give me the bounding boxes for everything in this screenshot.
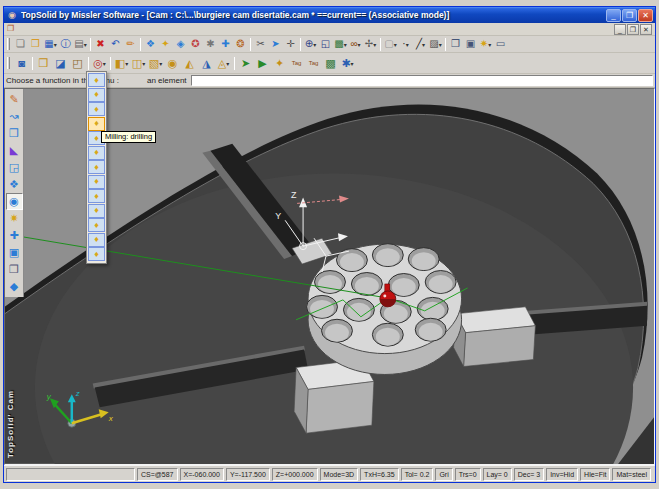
close-button[interactable]: ✕ bbox=[638, 9, 653, 22]
curve-tools-button[interactable]: ❖ bbox=[143, 37, 158, 52]
surface-tools-button[interactable]: ✦ bbox=[158, 37, 173, 52]
axis-label-z: Z bbox=[291, 190, 297, 200]
shaded-view-button[interactable]: ▩▾ bbox=[333, 37, 348, 52]
tool-library-button[interactable]: ✦ bbox=[271, 55, 288, 72]
render-tool[interactable]: ✷ bbox=[6, 210, 23, 227]
solid-tool[interactable]: ❒ bbox=[6, 125, 23, 142]
modify-button[interactable]: ✏ bbox=[123, 37, 138, 52]
select-button[interactable]: ➤ bbox=[268, 37, 283, 52]
milling-chamfering[interactable]: ♦ bbox=[88, 218, 105, 232]
print-button[interactable]: ▤▾ bbox=[73, 37, 88, 52]
snap-button[interactable]: ✛ bbox=[283, 37, 298, 52]
machining-tool[interactable]: ✚ bbox=[6, 227, 23, 244]
sketch-tool[interactable]: ✎ bbox=[6, 91, 23, 108]
color-swatch-button[interactable]: ▢▾ bbox=[383, 37, 398, 52]
layer[interactable]: Lay= 0 bbox=[483, 468, 512, 481]
milling-thread-milling[interactable]: ♦ bbox=[88, 204, 105, 218]
save-button[interactable]: ▦▾ bbox=[43, 37, 58, 52]
mode[interactable]: Mode=3D bbox=[320, 468, 359, 481]
turning-cycles-button[interactable]: ◮ bbox=[198, 55, 215, 72]
toolbar-handle[interactable] bbox=[7, 57, 10, 69]
point-style-button[interactable]: ·▾ bbox=[398, 37, 413, 52]
part-positioning-button[interactable]: ◪ bbox=[52, 55, 69, 72]
document-info-button[interactable]: ⓘ bbox=[58, 37, 73, 52]
simulation-tool[interactable]: ▣ bbox=[6, 244, 23, 261]
z-coordinate: Z=+000.000 bbox=[272, 468, 318, 481]
sheet-tool[interactable]: ◲ bbox=[6, 159, 23, 176]
layers-button[interactable]: ❐ bbox=[448, 37, 463, 52]
facing-button[interactable]: ◧▾ bbox=[113, 55, 130, 72]
material[interactable]: Mat=steel bbox=[612, 468, 651, 481]
hatch-style-button[interactable]: ▨▾ bbox=[428, 37, 443, 52]
config-tool[interactable]: ◆ bbox=[6, 278, 23, 295]
title-bar[interactable]: ◉ TopSolid by Missler Software - [Cam : … bbox=[4, 7, 655, 23]
invisible-mode[interactable]: Inv=Hid bbox=[546, 468, 578, 481]
line-style-button[interactable]: ╱▾ bbox=[413, 37, 428, 52]
verify-button[interactable]: ▶ bbox=[254, 55, 271, 72]
decimals[interactable]: Dec= 3 bbox=[514, 468, 544, 481]
doc-restore-button[interactable]: ❐ bbox=[627, 24, 639, 35]
wcs-button[interactable]: ◎▾ bbox=[91, 55, 108, 72]
milling-custom[interactable]: ♦ bbox=[88, 247, 105, 261]
milling-counterboring[interactable]: ♦ bbox=[88, 175, 105, 189]
milling-pocketing[interactable]: ♦ bbox=[88, 102, 105, 116]
drilling-button[interactable]: ◉ bbox=[164, 55, 181, 72]
toolbar-handle[interactable] bbox=[7, 38, 10, 50]
3d-window-button[interactable]: ▣ bbox=[463, 37, 478, 52]
boolean-button[interactable]: ✚ bbox=[218, 37, 233, 52]
transform-button[interactable]: ✪ bbox=[188, 37, 203, 52]
cut-button[interactable]: ✂ bbox=[253, 37, 268, 52]
grid[interactable]: Gri bbox=[435, 468, 452, 481]
restore-button[interactable]: ❐ bbox=[622, 9, 637, 22]
minimize-button[interactable]: _ bbox=[606, 9, 621, 22]
new-document-button[interactable]: ❏ bbox=[13, 37, 28, 52]
measure-button[interactable]: ❂ bbox=[233, 37, 248, 52]
toolbar-separator bbox=[250, 38, 251, 51]
contouring-button[interactable]: ◫▾ bbox=[130, 55, 147, 72]
transparency[interactable]: Trs=0 bbox=[455, 468, 481, 481]
document-tool[interactable]: ❐ bbox=[6, 261, 23, 278]
undo-button[interactable]: ↶ bbox=[108, 37, 123, 52]
surface-tool[interactable]: ◣ bbox=[6, 142, 23, 159]
milling-reaming[interactable]: ♦ bbox=[88, 160, 105, 174]
pattern-button[interactable]: ✱ bbox=[203, 37, 218, 52]
assembly-tool[interactable]: ❖ bbox=[6, 176, 23, 193]
delete-button[interactable]: ✖ bbox=[93, 37, 108, 52]
doc-close-button[interactable]: ✕ bbox=[640, 24, 652, 35]
coordinate-system: CS=@587 bbox=[137, 468, 178, 481]
threading-button[interactable]: ◬▾ bbox=[215, 55, 232, 72]
milling-side[interactable]: ♦ bbox=[88, 88, 105, 102]
prompt-input[interactable] bbox=[191, 75, 653, 86]
toolpath-button[interactable]: ➤ bbox=[237, 55, 254, 72]
dimension-button[interactable]: ✢▾ bbox=[363, 37, 378, 52]
render-button[interactable]: ✷▾ bbox=[478, 37, 493, 52]
curve-tool[interactable]: ↝ bbox=[6, 108, 23, 125]
milling-cycles-button[interactable]: ◭ bbox=[181, 55, 198, 72]
tolerance[interactable]: Tol= 0.2 bbox=[401, 468, 434, 481]
open-file-button[interactable]: ❒ bbox=[28, 37, 43, 52]
hidden-line-mode[interactable]: Hle=Fit bbox=[580, 468, 610, 481]
stock-definition-button[interactable]: ❒ bbox=[35, 55, 52, 72]
milling-drilling[interactable]: ♦ bbox=[88, 117, 105, 131]
milling-engraving[interactable]: ♦ bbox=[88, 189, 105, 203]
axis-label-y: Y bbox=[275, 211, 281, 221]
doc-minimize-button[interactable]: _ bbox=[614, 24, 626, 35]
x-coordinate: X=-060.000 bbox=[180, 468, 224, 481]
pocketing-button[interactable]: ▧▾ bbox=[147, 55, 164, 72]
analysis-tool[interactable]: ◉ bbox=[6, 193, 23, 210]
view-options-button[interactable]: ∞▾ bbox=[348, 37, 363, 52]
fixture-button[interactable]: ◰ bbox=[69, 55, 86, 72]
shape-tools-button[interactable]: ◈ bbox=[173, 37, 188, 52]
milling-helical[interactable]: ♦ bbox=[88, 233, 105, 247]
analysis-button[interactable]: ✱▾ bbox=[339, 55, 356, 72]
text-height[interactable]: TxH=6.35 bbox=[360, 468, 399, 481]
milling-boring[interactable]: ♦ bbox=[88, 146, 105, 160]
screen-config-button[interactable]: ▭ bbox=[493, 37, 508, 52]
zoom-window-button[interactable]: ◱ bbox=[318, 37, 333, 52]
tag-operations-button[interactable]: Tag bbox=[288, 55, 305, 72]
capture-button[interactable]: ▩ bbox=[322, 55, 339, 72]
zoom-in-button[interactable]: ⊕▾ bbox=[303, 37, 318, 52]
milling-facing[interactable]: ♦ bbox=[88, 73, 105, 87]
machine-definition-button[interactable]: ◙ bbox=[13, 55, 30, 72]
tag-tools-button[interactable]: Tag bbox=[305, 55, 322, 72]
